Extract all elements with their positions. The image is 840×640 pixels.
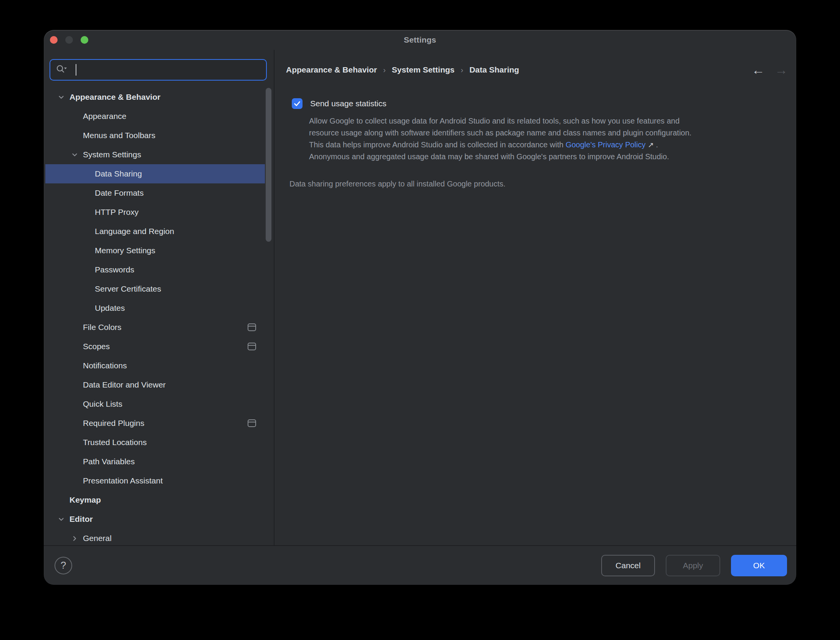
sidebar-item-memory-settings[interactable]: Memory Settings bbox=[44, 241, 274, 260]
sidebar-item-path-variables[interactable]: Path Variables bbox=[44, 452, 274, 471]
sidebar-item-data-sharing[interactable]: Data Sharing bbox=[44, 164, 274, 183]
sidebar-item-editor[interactable]: Editor bbox=[44, 510, 274, 529]
breadcrumb-item-data-sharing[interactable]: Data Sharing bbox=[470, 65, 519, 74]
sidebar-item-label: Quick Lists bbox=[83, 399, 122, 409]
titlebar[interactable]: Settings bbox=[44, 30, 796, 50]
external-link-icon: ↗ bbox=[648, 141, 654, 149]
content-header: Appearance & Behavior › System Settings … bbox=[286, 50, 796, 79]
sidebar-item-label: Path Variables bbox=[83, 457, 135, 466]
sidebar-item-label: General bbox=[83, 534, 112, 543]
cancel-button[interactable]: Cancel bbox=[601, 555, 655, 576]
sidebar-item-label: Server Certificates bbox=[95, 284, 161, 294]
settings-main: Appearance & BehaviorAppearanceMenus and… bbox=[44, 50, 796, 545]
zoom-button[interactable] bbox=[81, 36, 88, 44]
sidebar-item-label: Appearance bbox=[83, 112, 126, 121]
pane-icon bbox=[248, 343, 256, 350]
traffic-lights bbox=[50, 36, 88, 44]
sidebar-item-label: Presentation Assistant bbox=[83, 476, 163, 485]
apply-button[interactable]: Apply bbox=[666, 555, 720, 576]
sidebar-item-label: Language and Region bbox=[95, 227, 174, 236]
sidebar-item-menus-and-toolbars[interactable]: Menus and Toolbars bbox=[44, 126, 274, 145]
breadcrumb-separator-icon: › bbox=[461, 66, 463, 74]
help-button[interactable]: ? bbox=[55, 557, 72, 574]
forward-arrow-icon[interactable]: → bbox=[775, 63, 788, 76]
privacy-policy-link[interactable]: Google's Privacy Policy bbox=[566, 140, 645, 149]
dialog-footer: ? Cancel Apply OK bbox=[44, 545, 796, 585]
text-caret bbox=[76, 64, 76, 76]
sidebar-item-quick-lists[interactable]: Quick Lists bbox=[44, 394, 274, 414]
footer-buttons: Cancel Apply OK bbox=[601, 555, 787, 576]
sidebar-item-label: Notifications bbox=[83, 361, 127, 370]
send-usage-statistics-checkbox[interactable] bbox=[292, 98, 303, 109]
sidebar-item-data-editor-and-viewer[interactable]: Data Editor and Viewer bbox=[44, 375, 274, 394]
sidebar-item-trusted-locations[interactable]: Trusted Locations bbox=[44, 433, 274, 452]
sidebar-item-required-plugins[interactable]: Required Plugins bbox=[44, 414, 274, 433]
history-nav: ← → bbox=[752, 63, 796, 76]
breadcrumb-item-appearance-behavior[interactable]: Appearance & Behavior bbox=[286, 65, 377, 74]
window-title: Settings bbox=[404, 35, 436, 45]
breadcrumb: Appearance & Behavior › System Settings … bbox=[286, 65, 519, 74]
sidebar-item-label: HTTP Proxy bbox=[95, 208, 139, 217]
sidebar-item-label: File Colors bbox=[83, 323, 121, 332]
description-text: Allow Google to collect usage data for A… bbox=[309, 115, 693, 163]
settings-sidebar: Appearance & BehaviorAppearanceMenus and… bbox=[44, 50, 274, 545]
settings-content: Appearance & Behavior › System Settings … bbox=[274, 50, 796, 545]
sidebar-item-appearance-behavior[interactable]: Appearance & Behavior bbox=[44, 87, 274, 107]
breadcrumb-separator-icon: › bbox=[383, 66, 386, 74]
sidebar-item-passwords[interactable]: Passwords bbox=[44, 260, 274, 279]
ok-button[interactable]: OK bbox=[731, 555, 787, 576]
minimize-button[interactable] bbox=[65, 36, 73, 44]
sidebar-item-system-settings[interactable]: System Settings bbox=[44, 145, 274, 164]
chevron-down-icon[interactable] bbox=[58, 94, 69, 101]
search-icon bbox=[56, 64, 67, 76]
send-usage-statistics-row: Send usage statistics bbox=[292, 98, 796, 109]
check-icon bbox=[293, 99, 301, 108]
sidebar-item-label: Scopes bbox=[83, 342, 110, 351]
sidebar-item-label: Menus and Toolbars bbox=[83, 131, 155, 140]
sidebar-item-label: System Settings bbox=[83, 150, 141, 159]
sidebar-item-date-formats[interactable]: Date Formats bbox=[44, 183, 274, 203]
sidebar-item-label: Required Plugins bbox=[83, 419, 144, 428]
settings-window: Settings Appearance & BehaviorApp bbox=[44, 30, 796, 585]
chevron-down-icon[interactable] bbox=[58, 516, 69, 523]
pane-icon bbox=[248, 323, 256, 331]
chevron-down-icon[interactable] bbox=[71, 151, 83, 158]
close-button[interactable] bbox=[50, 36, 58, 44]
breadcrumb-item-system-settings[interactable]: System Settings bbox=[392, 65, 455, 74]
sidebar-scrollbar[interactable] bbox=[266, 88, 271, 242]
sidebar-item-server-certificates[interactable]: Server Certificates bbox=[44, 279, 274, 299]
sidebar-item-updates[interactable]: Updates bbox=[44, 299, 274, 318]
sidebar-item-label: Passwords bbox=[95, 265, 134, 274]
settings-search-field[interactable] bbox=[50, 59, 267, 81]
sidebar-item-notifications[interactable]: Notifications bbox=[44, 356, 274, 375]
back-arrow-icon[interactable]: ← bbox=[752, 63, 765, 76]
pane-icon bbox=[248, 419, 256, 427]
sidebar-item-label: Date Formats bbox=[95, 188, 144, 198]
search-input[interactable] bbox=[77, 61, 261, 78]
note-text: Data sharing preferences apply to all in… bbox=[289, 180, 796, 188]
sidebar-item-label: Data Editor and Viewer bbox=[83, 380, 166, 389]
sidebar-item-label: Keymap bbox=[69, 495, 101, 505]
sidebar-item-label: Trusted Locations bbox=[83, 438, 147, 447]
sidebar-item-label: Appearance & Behavior bbox=[69, 92, 160, 102]
settings-tree: Appearance & BehaviorAppearanceMenus and… bbox=[44, 87, 274, 545]
sidebar-item-scopes[interactable]: Scopes bbox=[44, 337, 274, 356]
sidebar-item-language-and-region[interactable]: Language and Region bbox=[44, 222, 274, 241]
chevron-right-icon[interactable] bbox=[71, 535, 83, 542]
sidebar-item-appearance[interactable]: Appearance bbox=[44, 107, 274, 126]
checkbox-label: Send usage statistics bbox=[310, 99, 386, 108]
sidebar-item-label: Updates bbox=[95, 304, 125, 313]
sidebar-item-presentation-assistant[interactable]: Presentation Assistant bbox=[44, 471, 274, 490]
sidebar-item-file-colors[interactable]: File Colors bbox=[44, 318, 274, 337]
sidebar-item-label: Memory Settings bbox=[95, 246, 155, 255]
sidebar-item-http-proxy[interactable]: HTTP Proxy bbox=[44, 203, 274, 222]
sidebar-item-keymap[interactable]: Keymap bbox=[44, 490, 274, 510]
sidebar-item-label: Editor bbox=[69, 515, 93, 524]
sidebar-item-label: Data Sharing bbox=[95, 169, 142, 178]
sidebar-item-general[interactable]: General bbox=[44, 529, 274, 545]
